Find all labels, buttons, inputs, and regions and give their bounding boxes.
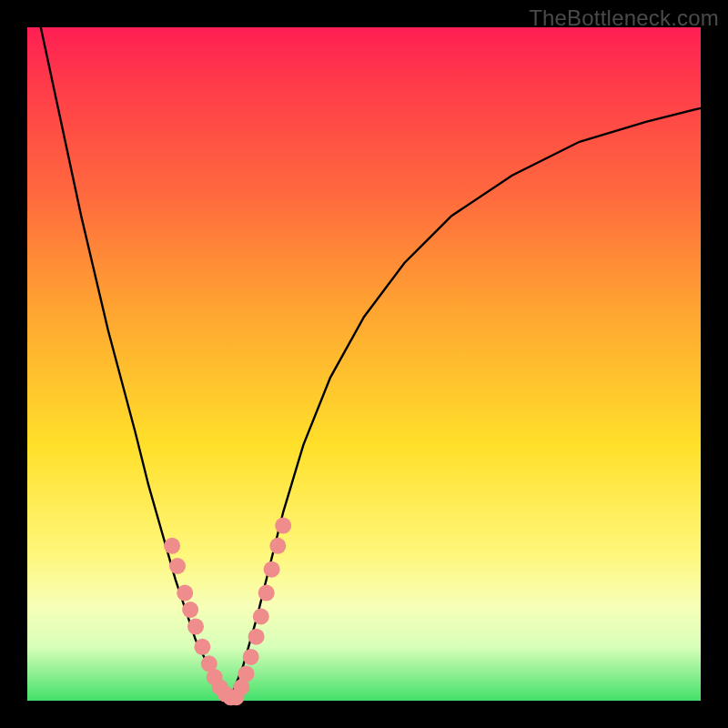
marker-dot	[182, 602, 198, 618]
plot-area	[27, 27, 701, 701]
marker-dot	[169, 558, 186, 574]
marker-dots	[164, 518, 291, 706]
marker-dot	[243, 649, 259, 665]
curve-layer	[27, 27, 701, 701]
left-branch-path	[41, 27, 229, 701]
marker-dot	[258, 585, 275, 602]
marker-dot	[275, 518, 291, 534]
marker-dot	[194, 639, 210, 655]
frame: TheBottleneck.com	[0, 0, 728, 728]
marker-dot	[187, 619, 204, 635]
marker-dot	[253, 609, 269, 625]
marker-dot	[164, 538, 180, 554]
marker-dot	[248, 629, 265, 645]
marker-dot	[177, 585, 193, 602]
marker-dot	[269, 538, 286, 554]
marker-dot	[264, 561, 280, 578]
marker-dot	[238, 665, 255, 682]
right-branch-path	[229, 108, 701, 701]
